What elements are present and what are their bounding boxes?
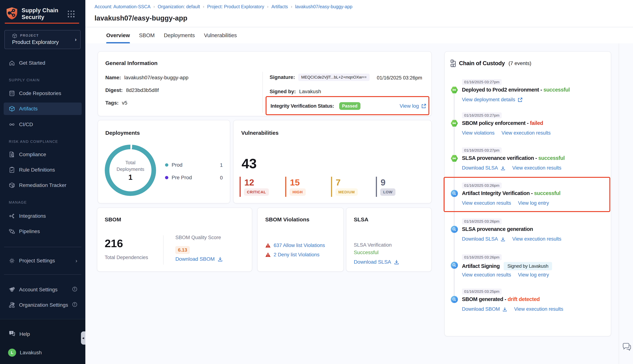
event-timestamp: 01/16/2025 03:27pm — [462, 148, 502, 153]
sidebar-item-help[interactable]: ? Help — [9, 330, 30, 338]
event-link-view-execution-results[interactable]: View execution results — [502, 130, 550, 136]
event-title: SLSA provenance verification — [462, 155, 534, 161]
download-icon — [502, 307, 507, 312]
event-link-view-log-entry[interactable]: View log entry — [518, 200, 549, 206]
sidebar-item-label: Project Settings — [19, 258, 55, 264]
legend-prod-value: 1 — [220, 162, 223, 168]
layers-icon — [9, 286, 15, 293]
sidebar-item-label: Get Started — [19, 60, 45, 66]
event-timestamp: 01/16/2025 03:26pm — [462, 218, 502, 224]
severity-label: HIGH — [290, 188, 306, 196]
event-title: Deployed to Prod2 environment — [462, 87, 539, 93]
sidebar-item-organization-settings[interactable]: Organization Settings — [4, 299, 82, 311]
event-link-view-execution-results[interactable]: View execution results — [512, 236, 562, 242]
sidebar-item-rule-definitions[interactable]: Rule Definitions — [4, 164, 82, 176]
severity-bar — [240, 177, 241, 197]
page-title: lavakush07/easy-buggy-app — [94, 14, 187, 22]
sidebar-item-integrations[interactable]: Integrations — [4, 210, 82, 222]
project-selector[interactable]: PROJECT Product Exploratory › — [4, 30, 80, 49]
event-link-download-sbom[interactable]: Download SBOM — [462, 306, 507, 312]
integrity-status-badge: Passed — [339, 102, 360, 110]
vulnerabilities-total: 43 — [242, 156, 256, 172]
sidebar-collapse-handle[interactable]: ◀ — [81, 332, 85, 344]
general-info-card: General Information Name:lavakush07/easy… — [98, 51, 432, 116]
sbom-count-label: Total Dependencies — [104, 255, 148, 260]
project-name: Product Exploratory — [12, 39, 59, 45]
product-title: Supply ChainSecurity — [22, 7, 58, 20]
warning-icon — [265, 243, 271, 248]
event-link-download-slsa[interactable]: Download SLSA — [462, 236, 505, 242]
event-timestamp: 01/16/2025 03:27pm — [462, 112, 502, 118]
breadcrumb-item-3[interactable]: Artifacts — [272, 4, 288, 9]
breadcrumb-separator: › — [203, 4, 204, 9]
event-link-view-deployment-details[interactable]: View deployment details — [462, 97, 522, 102]
sidebar-item-code-repositories[interactable]: Code Repositories — [4, 87, 82, 100]
breadcrumb-item-0[interactable]: Account: Automation-SSCA — [94, 4, 150, 9]
preprod-dot-icon — [165, 176, 168, 179]
download-icon — [500, 166, 505, 170]
tab-deployments[interactable]: Deployments — [164, 27, 195, 44]
doc-search-icon — [9, 152, 15, 158]
event-status: successful — [538, 155, 565, 161]
deployments-donut-center: Total Deployments 1 — [105, 145, 156, 196]
sidebar-item-remediation-tracker[interactable]: Remediation Tracker — [4, 179, 82, 192]
vuln-stat-medium: 7MEDIUM — [331, 177, 375, 197]
sidebar-item-label: Artifacts — [19, 106, 38, 112]
breadcrumb-item-2[interactable]: Project: Product Exploratory — [207, 4, 264, 9]
severity-bar — [331, 177, 332, 197]
breadcrumb-item-4[interactable]: lavakush07/easy-buggy-app — [295, 4, 352, 9]
sidebar-item-compliance[interactable]: Compliance — [4, 148, 82, 161]
tab-vulnerabilities[interactable]: Vulnerabilities — [204, 27, 237, 44]
breadcrumb-separator: › — [267, 4, 268, 9]
project-label: PROJECT — [20, 34, 39, 38]
sbom-violations-title: SBOM Violations — [265, 216, 309, 223]
info-icon — [72, 286, 77, 293]
event-link-view-log-entry[interactable]: View log entry — [518, 272, 549, 278]
sidebar-item-label: Integrations — [19, 213, 46, 219]
download-sbom-link[interactable]: Download SBOM — [175, 256, 223, 262]
sidebar-item-artifacts[interactable]: Artifacts — [4, 102, 82, 115]
sidebar-item-get-started[interactable]: Get Started — [4, 57, 82, 69]
deny-list-link[interactable]: 2 Deny list Violations — [274, 252, 320, 258]
breadcrumb-separator: › — [154, 4, 155, 9]
app-grid-icon[interactable] — [68, 10, 75, 18]
remediation-icon — [9, 182, 15, 188]
chain-of-custody-count: (7 events) — [508, 60, 531, 66]
event-link-view-violations[interactable]: View violations — [462, 130, 494, 136]
integrity-annotation-box: Integrity Verification Status: Passed Vi… — [266, 96, 429, 115]
event-link-view-execution-results[interactable]: View execution results — [514, 306, 563, 312]
org-icon — [9, 302, 15, 308]
vulnerabilities-card: Vulnerabilities 43 12CRITICAL15HIGH7MEDI… — [233, 120, 432, 204]
event-link-download-slsa[interactable]: Download SLSA — [462, 165, 505, 171]
allow-list-link[interactable]: 637 Allow list Violations — [274, 242, 325, 248]
sidebar-section-manage: MANAGE — [9, 200, 27, 204]
download-icon — [500, 237, 505, 242]
integrity-row: Integrity Verification Status: Passed Vi… — [270, 102, 426, 110]
tab-overview[interactable]: Overview — [106, 27, 130, 44]
sidebar-item-project-settings[interactable]: Project Settings› — [4, 254, 82, 267]
event-title: Artifact Signing — [462, 263, 500, 269]
download-slsa-link[interactable]: Download SLSA — [354, 259, 399, 265]
field-tags: Tags:v5 — [105, 100, 127, 106]
event-link-view-execution-results[interactable]: View execution results — [462, 272, 511, 278]
event-link-view-execution-results[interactable]: View execution results — [462, 200, 511, 206]
vuln-stat-critical: 12CRITICAL — [240, 177, 284, 197]
event-link-view-execution-results[interactable]: View execution results — [512, 165, 562, 171]
user-name: Lavakush — [20, 350, 42, 356]
severity-label: LOW — [380, 188, 396, 196]
user-account[interactable]: L Lavakush — [8, 348, 42, 357]
tab-sbom[interactable]: SBOM — [139, 27, 154, 44]
breadcrumb-item-1[interactable]: Organization: default — [158, 4, 200, 9]
sidebar-item-account-settings[interactable]: Account Settings — [4, 284, 82, 296]
sbom-card: SBOM 216 Total Dependencies SBOM Quality… — [97, 208, 252, 272]
sidebar-item-label: Rule Definitions — [19, 167, 55, 173]
chat-feedback-icon[interactable] — [622, 343, 632, 352]
sidebar-item-pipelines[interactable]: Pipelines — [4, 225, 82, 238]
prod-dot-icon — [165, 163, 168, 166]
sidebar-item-label: CI/CD — [19, 122, 33, 128]
sidebar-section-risk-and-compliance: RISK AND COMPLIANCE — [9, 140, 58, 144]
clipboard-icon — [9, 167, 15, 173]
sidebar-item-ci-cd[interactable]: CI/CD — [4, 118, 82, 131]
view-log-link[interactable]: View log — [400, 103, 426, 109]
gear-icon — [9, 258, 15, 264]
